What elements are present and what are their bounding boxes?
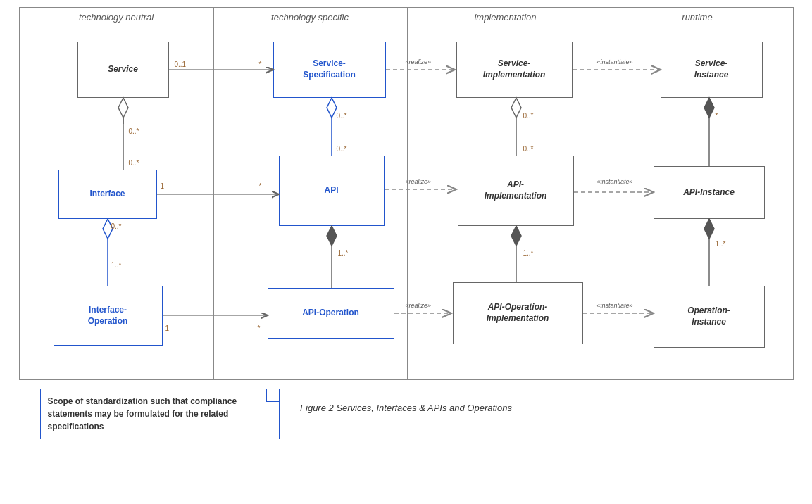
mult-01: 0..1 bbox=[175, 61, 187, 68]
box-service: Service bbox=[77, 42, 169, 98]
svg-marker-10 bbox=[511, 98, 521, 118]
mult-1b: 1 bbox=[165, 325, 170, 332]
box-api-impl: API-Implementation bbox=[458, 156, 574, 226]
mult-1star4: 1..* bbox=[716, 240, 726, 248]
col-divider-1 bbox=[213, 8, 215, 379]
uml-diagram: technology neutral technology specific i… bbox=[19, 7, 794, 380]
box-interface: Interface bbox=[58, 170, 157, 219]
svg-marker-23 bbox=[704, 219, 714, 239]
stereo-inst-1: «instantiate» bbox=[597, 58, 633, 65]
box-op-inst: Operation-Instance bbox=[654, 286, 765, 348]
mult-1star3: 1..* bbox=[523, 249, 534, 257]
box-service-spec: Service-Specification bbox=[273, 42, 386, 98]
mult-1star: 1..* bbox=[111, 261, 122, 269]
col-header-neutral: technology neutral bbox=[41, 12, 192, 23]
box-api: API bbox=[279, 156, 385, 226]
box-api-op: API-Operation bbox=[268, 288, 394, 339]
stereo-inst-3: «instantiate» bbox=[597, 302, 633, 309]
stereo-realize-1: «realize» bbox=[406, 58, 432, 65]
mult-1: 1 bbox=[161, 182, 165, 190]
stereo-inst-2: «instantiate» bbox=[597, 178, 633, 185]
stereo-realize-3: «realize» bbox=[406, 302, 432, 309]
svg-marker-12 bbox=[704, 98, 714, 118]
col-header-impl: implementation bbox=[418, 12, 594, 23]
col-header-specific: technology specific bbox=[235, 12, 386, 23]
svg-marker-19 bbox=[327, 226, 337, 246]
mult-star3: * bbox=[259, 182, 262, 190]
mult-00star3: 0..* bbox=[337, 112, 347, 120]
box-api-op-impl: API-Operation-Implementation bbox=[453, 282, 583, 344]
box-api-inst: API-Instance bbox=[654, 166, 765, 219]
svg-marker-21 bbox=[511, 226, 521, 246]
note-box: Scope of standardization such that compl… bbox=[40, 389, 280, 439]
col-header-runtime: runtime bbox=[622, 12, 773, 23]
mult-00star: 0..* bbox=[129, 127, 139, 135]
mult-00star4: 0..* bbox=[337, 145, 347, 153]
mult-00star7: 0..* bbox=[111, 222, 122, 230]
box-service-impl: Service-Implementation bbox=[456, 42, 573, 98]
mult-00star2: 0..* bbox=[129, 159, 139, 167]
note-text: Scope of standardization such that compl… bbox=[48, 396, 237, 431]
mult-00star6: 0..* bbox=[523, 145, 534, 153]
svg-marker-8 bbox=[327, 98, 337, 118]
box-service-inst: Service-Instance bbox=[661, 42, 763, 98]
mult-star4: * bbox=[258, 325, 261, 332]
mult-1star2: 1..* bbox=[338, 249, 349, 257]
svg-marker-6 bbox=[118, 98, 128, 118]
box-interface-op: Interface-Operation bbox=[54, 286, 163, 346]
mult-00star5: 0..* bbox=[523, 112, 534, 120]
mult-star2: * bbox=[716, 112, 718, 120]
stereo-realize-2: «realize» bbox=[406, 178, 432, 185]
mult-star-1: * bbox=[259, 61, 262, 68]
